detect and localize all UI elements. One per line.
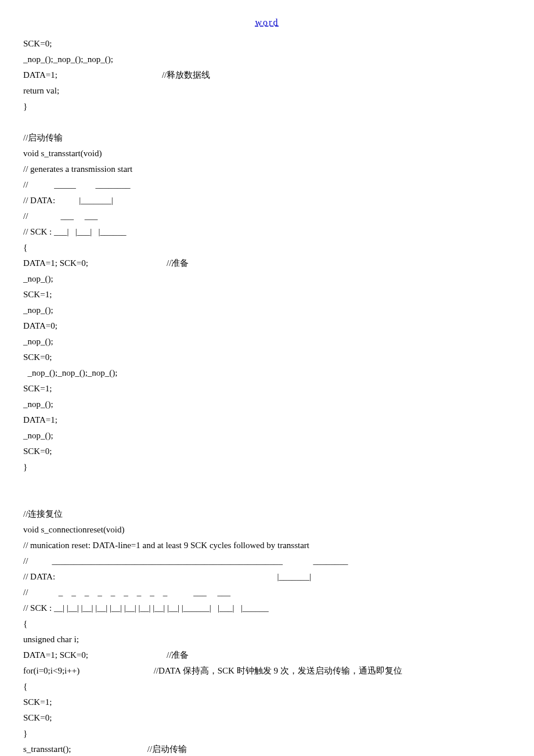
code-line: _nop_(); [23,334,511,350]
code-line: s_transstart(); //启动传输 [23,741,511,756]
code-line: DATA=1; [23,412,511,428]
code-line: { [23,240,511,255]
code-line: DATA=1; SCK=0; //准备 [23,255,511,271]
header-link[interactable]: word [23,17,511,28]
code-line: // _ _ _ _ _ _ _ _ _ ___ ___ [23,585,511,600]
code-line: SCK=0; [23,350,511,365]
code-line: _nop_(); [23,397,511,412]
code-line: // SCK : ___| |___| |______ [23,224,511,240]
code-line: // _____________________________________… [23,553,511,569]
code-line: _nop_();_nop_();_nop_(); [23,52,511,67]
code-line: } [23,99,511,114]
code-line: //启动传输 [23,130,511,146]
code-line: // munication reset: DATA-line=1 and at … [23,538,511,553]
code-line: // DATA: |_______| [23,569,511,585]
code-line: _nop_(); [23,271,511,287]
code-line [23,114,511,130]
code-line: // SCK : __| |__| |__| |__| |__| |__| |_… [23,600,511,616]
code-line: } [23,726,511,741]
code-line: _nop_(); [23,428,511,444]
header-link-text: word [255,17,279,27]
code-line: // ___ ___ [23,208,511,224]
code-line: } [23,459,511,475]
code-line: DATA=1; //释放数据线 [23,67,511,83]
code-line: SCK=0; [23,710,511,726]
code-line: void s_transstart(void) [23,146,511,161]
code-line: DATA=0; [23,318,511,334]
code-line [23,475,511,491]
code-line: unsigned char i; [23,632,511,647]
code-line: // DATA: |_______| [23,193,511,208]
code-line: // _____ ________ [23,177,511,193]
code-line: _nop_();_nop_();_nop_(); [23,365,511,381]
code-line: for(i=0;i<9;i++) //DATA 保持高，SCK 时钟触发 9 次… [23,663,511,679]
code-line: DATA=1; SCK=0; //准备 [23,647,511,663]
code-body: SCK=0;_nop_();_nop_();_nop_();DATA=1; //… [23,36,511,756]
code-line: _nop_(); [23,303,511,318]
code-line: SCK=1; [23,694,511,710]
code-line: return val; [23,83,511,99]
code-line: { [23,616,511,632]
code-line: SCK=0; [23,36,511,52]
document-page: word SCK=0;_nop_();_nop_();_nop_();DATA=… [0,0,534,756]
code-line: SCK=0; [23,444,511,459]
code-line: { [23,679,511,694]
code-line: SCK=1; [23,381,511,397]
code-line: // generates a transmission start [23,161,511,177]
code-line: //连接复位 [23,506,511,522]
code-line [23,491,511,506]
code-line: void s_connectionreset(void) [23,522,511,538]
code-line: SCK=1; [23,287,511,303]
